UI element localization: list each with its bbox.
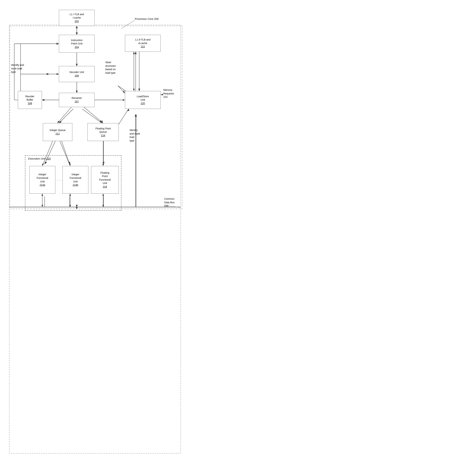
identify-mark-label: Identify andmark loadtype — [11, 63, 34, 74]
l1-dtlb-box: L1 d-TLB andd-cache 222 — [125, 35, 161, 52]
svg-marker-60 — [76, 91, 78, 93]
svg-marker-55 — [76, 26, 78, 28]
steer-accesses-label: Steeraccessesbased onload type — [105, 61, 126, 75]
svg-marker-9 — [42, 99, 44, 101]
svg-line-19 — [82, 109, 102, 123]
decoder-box: Decoder Unit 206 — [59, 66, 95, 82]
svg-line-52 — [121, 20, 135, 29]
svg-marker-31 — [138, 89, 140, 91]
ifu-box: InstructionFetch Unit 204 — [59, 35, 95, 53]
svg-marker-14 — [47, 73, 49, 75]
int-fu-a-box: IntegerFunctionalUnit 214a — [29, 166, 55, 194]
reorder-buffer-box: ReorderBuffer 208 — [18, 91, 42, 109]
svg-line-17 — [59, 109, 73, 123]
svg-rect-0 — [9, 25, 181, 453]
fp-queue-box: Floating PointQueue 216 — [87, 123, 119, 141]
int-queue-box: Integer Queue 212 — [43, 123, 72, 141]
fp-fu-box: FloatingPointFunctionalUnit 218 — [91, 166, 119, 194]
load-store-box: Load/StoreUnit 220 — [125, 91, 161, 109]
execution-unit-label: Execution Unit 210 — [28, 157, 51, 161]
l1-itlb-box: L1 i-TLB andi-cache 202 — [59, 10, 95, 26]
svg-marker-74 — [101, 120, 103, 123]
svg-marker-72 — [58, 121, 60, 123]
renamer-box: Renamer 207 — [59, 93, 95, 107]
svg-marker-66 — [57, 43, 59, 45]
svg-line-71 — [58, 107, 71, 123]
svg-marker-7 — [76, 91, 78, 93]
svg-marker-68 — [57, 73, 59, 75]
svg-marker-43 — [135, 114, 137, 117]
svg-marker-83 — [133, 89, 135, 91]
svg-marker-12 — [57, 43, 59, 45]
svg-marker-58 — [76, 64, 78, 66]
svg-marker-18 — [59, 121, 61, 123]
processor-core-label: Processor Core 200 — [135, 17, 158, 21]
svg-marker-37 — [128, 109, 129, 111]
svg-marker-47 — [57, 73, 59, 75]
svg-marker-62 — [42, 99, 44, 101]
int-fu-b-box: IntegerFunctionalUnit 214b — [62, 166, 88, 194]
identify-mark2-label: Identifyand markloadtype — [129, 128, 149, 142]
svg-marker-29 — [135, 52, 137, 54]
common-data-bus-label: CommonData Bus230 — [164, 197, 186, 208]
svg-line-73 — [84, 107, 103, 123]
svg-marker-101 — [135, 114, 137, 117]
svg-marker-56 — [76, 33, 78, 35]
svg-marker-20 — [100, 120, 102, 123]
svg-marker-70 — [123, 99, 125, 101]
svg-marker-85 — [161, 94, 163, 95]
svg-marker-51 — [135, 114, 137, 117]
svg-marker-82 — [133, 52, 135, 54]
diagram-container: L1 i-TLB andi-cache 202 InstructionFetch… — [0, 0, 193, 476]
svg-marker-2 — [76, 26, 78, 28]
svg-marker-89 — [135, 114, 137, 117]
svg-marker-3 — [76, 33, 78, 35]
svg-line-86 — [118, 86, 125, 93]
svg-marker-87 — [123, 90, 125, 93]
memory-requests-label: MemoryRequests224 — [163, 88, 185, 99]
svg-marker-5 — [76, 64, 78, 66]
